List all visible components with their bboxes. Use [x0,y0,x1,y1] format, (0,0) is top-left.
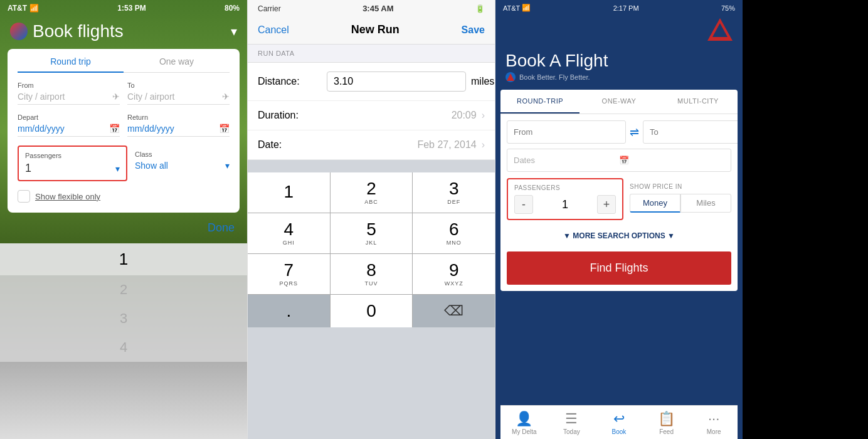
swap-icon[interactable]: ⇌ [630,125,639,139]
price-label: SHOW PRICE IN [630,183,731,190]
flexible-checkbox[interactable] [18,190,30,203]
trip-type-tabs: Round trip One way [18,56,230,73]
class-value[interactable]: Show all [135,161,168,171]
key-2[interactable]: 2 ABC [331,172,413,213]
done-button[interactable]: Done [208,221,235,234]
nav-feed[interactable]: 📋 Feed [643,406,691,439]
price-toggle: Money Miles [630,194,731,213]
feed-icon: 📋 [658,411,675,427]
key-0[interactable]: 0 [331,295,413,327]
nav-title-2: New Run [351,23,400,36]
panel-delta: AT&T 📶 2:17 PM 75% Book A Flight Book Be… [495,0,743,439]
calendar-icon-return[interactable]: 📅 [219,124,230,134]
nav-book[interactable]: ↩ Book [595,406,643,439]
passengers-minus-button[interactable]: - [514,195,533,214]
battery-label-3: 75% [721,4,735,12]
nav-today[interactable]: ☰ Today [548,406,596,439]
plane-icon-to: ✈ [222,92,230,102]
distance-label: Distance: [258,76,327,87]
from-placeholder[interactable]: City / airport [18,92,65,102]
duration-value: 20:09 [327,110,477,121]
key-dot[interactable]: . [248,295,330,327]
from-field: From City / airport ✈ [18,82,120,105]
date-label: Date: [258,139,327,151]
book-flight-title: Book A Flight [505,51,733,71]
my-delta-label: My Delta [512,428,536,435]
passengers-label: Passengers [25,152,120,159]
to-input-3[interactable] [643,120,738,144]
passengers-value: 1 [25,162,31,175]
panel-book-flights: AT&T 📶 1:53 PM 80% Book flights ▾ Round … [0,0,247,439]
key-backspace[interactable]: ⌫ [413,295,495,327]
from-input-3[interactable] [507,120,626,144]
chevron-down-icon[interactable]: ▾ [231,24,237,39]
keypad: 1 2 ABC 3 DEF 4 GHI 5 JKL 6 MNO [248,160,495,439]
delta-logo-area [495,16,743,46]
tab-round-trip-3[interactable]: ROUND-TRIP [500,90,580,114]
key-7[interactable]: 7 PQRS [248,254,330,294]
key-3[interactable]: 3 DEF [413,172,495,213]
dates-row-3[interactable]: Dates 📅 [507,149,731,172]
battery-icon-2: 🔋 [475,4,485,13]
calendar-icon-depart[interactable]: 📅 [109,124,120,134]
money-toggle-button[interactable]: Money [630,194,680,213]
tab-round-trip[interactable]: Round trip [18,56,124,73]
dates-placeholder: Dates [514,156,619,165]
price-toggle-box: SHOW PRICE IN Money Miles [630,178,731,220]
tab-one-way[interactable]: One way [124,56,230,72]
find-flights-button[interactable]: Find Flights [507,251,731,285]
key-9[interactable]: 9 WXYZ [413,254,495,294]
navigation-bar-2: Cancel New Run Save [248,17,495,45]
number-picker[interactable]: 1 2 3 4 [0,243,247,362]
key-6[interactable]: 6 MNO [413,213,495,253]
time-label-3: 2:17 PM [613,4,639,12]
class-label: Class [135,151,230,158]
picker-item-1[interactable]: 1 [0,243,247,275]
flexible-row: Show flexible only [18,190,230,203]
duration-row: Duration: 20:09 › [248,101,495,130]
tab-multi-city-3[interactable]: MULTI-CITY [659,90,738,114]
bottom-navigation-3: 👤 My Delta ☰ Today ↩ Book 📋 Feed ··· Mor… [500,405,738,439]
carrier-label-2: Carrier [258,4,281,13]
passengers-price-row: PASSENGERS - 1 + SHOW PRICE IN Money Mil… [507,178,731,220]
distance-unit: miles [471,76,494,87]
chevron-right-icon-duration[interactable]: › [482,110,485,121]
carrier-label-3: AT&T [503,4,520,12]
more-search-options[interactable]: ▼ MORE SEARCH OPTIONS ▼ [507,226,731,245]
status-bar-1: AT&T 📶 1:53 PM 80% [0,0,247,16]
calendar-icon-3: 📅 [619,156,724,165]
return-value[interactable]: mm/dd/yyyy [127,124,174,134]
passengers-box[interactable]: Passengers 1 ▾ [18,145,127,181]
chevron-right-icon-date[interactable]: › [482,139,485,151]
key-5[interactable]: 5 JKL [331,213,413,253]
passengers-value-3: 1 [533,198,597,211]
to-placeholder[interactable]: City / airport [127,92,174,102]
save-button[interactable]: Save [462,24,485,36]
miles-toggle-button[interactable]: Miles [680,194,731,213]
picker-item-4[interactable]: 4 [0,333,247,362]
date-row: Date: Feb 27, 2014 › [248,130,495,160]
time-label: 1:53 PM [117,4,146,13]
key-1[interactable]: 1 [248,172,330,213]
cancel-button[interactable]: Cancel [258,24,289,36]
flexible-label[interactable]: Show flexible only [35,192,100,201]
to-label: To [127,82,230,89]
class-arrow-icon: ▾ [225,161,230,171]
distance-input[interactable] [327,71,466,92]
key-4[interactable]: 4 GHI [248,213,330,253]
nav-more[interactable]: ··· More [690,406,738,439]
subtitle-text: Book Better. Fly Better. [519,73,590,81]
passengers-plus-button[interactable]: + [597,195,616,214]
nav-my-delta[interactable]: 👤 My Delta [500,406,548,439]
key-8[interactable]: 8 TUV [331,254,413,294]
distance-row: Distance: miles [248,63,495,101]
depart-value[interactable]: mm/dd/yyyy [18,124,65,134]
date-value: Feb 27, 2014 [327,139,477,151]
passengers-box-3: PASSENGERS - 1 + [507,178,623,220]
book-flight-title-area: Book A Flight Book Better. Fly Better. [495,46,743,90]
more-icon: ··· [708,411,719,427]
picker-item-3[interactable]: 3 [0,304,247,333]
done-row: Done [0,213,247,243]
picker-item-2[interactable]: 2 [0,275,247,304]
tab-one-way-3[interactable]: ONE-WAY [580,90,659,114]
